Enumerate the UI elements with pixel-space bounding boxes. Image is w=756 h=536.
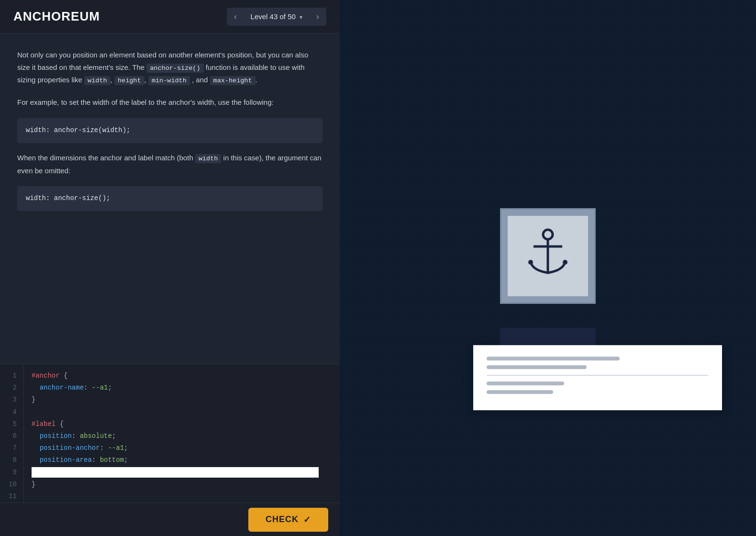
label-line-4 <box>487 390 553 394</box>
lesson-paragraph-2: For example, to set the width of the lab… <box>17 96 322 109</box>
editor-line-4 <box>32 406 340 418</box>
checkmark-icon: ✓ <box>303 514 311 525</box>
level-label: Level 43 of 50 ▾ <box>244 12 309 21</box>
editor-body: 1 2 3 4 5 6 7 8 9 10 11 12 #anchor { anc… <box>0 364 340 502</box>
code-example-1: width: anchor-size(width); <box>17 118 322 143</box>
anchor-icon <box>524 227 572 285</box>
editor-lines: #anchor { anchor-name: --a1; } #label { … <box>24 364 340 502</box>
label-divider <box>487 375 709 376</box>
label-element <box>473 345 722 410</box>
editor-line-11 <box>32 491 340 502</box>
demo-area <box>500 208 596 328</box>
left-panel: ANCHOREUM ‹ Level 43 of 50 ▾ › Not only … <box>0 0 340 536</box>
svg-point-3 <box>528 260 533 265</box>
anchor-inner <box>508 216 588 296</box>
svg-point-4 <box>563 260 567 265</box>
inline-code-min-width: min-width <box>148 76 190 85</box>
editor-line-7: position-anchor: --a1; <box>32 442 340 454</box>
editor-line-5: #label { <box>32 418 340 430</box>
chevron-down-icon: ▾ <box>300 14 302 21</box>
editor-line-8: position-area: bottom; <box>32 454 340 466</box>
lesson-content: Not only can you position an element bas… <box>0 34 340 364</box>
code-editor: 1 2 3 4 5 6 7 8 9 10 11 12 #anchor { anc… <box>0 364 340 536</box>
code-input[interactable] <box>32 467 319 478</box>
right-panel <box>340 0 756 536</box>
logo: ANCHOREUM <box>13 9 100 24</box>
anchor-element <box>500 208 596 304</box>
inline-code-width-2: width <box>195 154 222 163</box>
editor-line-3: } <box>32 394 340 406</box>
inline-code-max-height: max-height <box>210 76 256 85</box>
label-line-1 <box>487 357 620 360</box>
prev-level-button[interactable]: ‹ <box>227 8 244 26</box>
editor-line-10: } <box>32 479 340 491</box>
lesson-paragraph-1: Not only can you position an element bas… <box>17 49 322 87</box>
level-nav: ‹ Level 43 of 50 ▾ › <box>227 8 326 26</box>
editor-line-6: position: absolute; <box>32 430 340 442</box>
label-line-3 <box>487 381 564 385</box>
editor-line-1: #anchor { <box>32 370 340 382</box>
editor-footer: CHECK ✓ <box>0 502 340 536</box>
editor-line-9[interactable] <box>32 467 340 479</box>
inline-code-width: width <box>84 76 111 85</box>
check-label: CHECK <box>266 514 299 525</box>
line-numbers: 1 2 3 4 5 6 7 8 9 10 11 12 <box>0 364 24 502</box>
check-button[interactable]: CHECK ✓ <box>248 508 328 532</box>
header: ANCHOREUM ‹ Level 43 of 50 ▾ › <box>0 0 340 34</box>
lesson-paragraph-3: When the dimensions the anchor and label… <box>17 152 322 177</box>
code-example-2: width: anchor-size(); <box>17 186 322 211</box>
label-line-2 <box>487 365 587 369</box>
next-level-button[interactable]: › <box>309 8 326 26</box>
editor-line-2: anchor-name: --a1; <box>32 382 340 394</box>
inline-code-anchor-size: anchor-size() <box>146 64 203 73</box>
inline-code-height: height <box>114 76 145 85</box>
svg-point-0 <box>543 230 553 239</box>
